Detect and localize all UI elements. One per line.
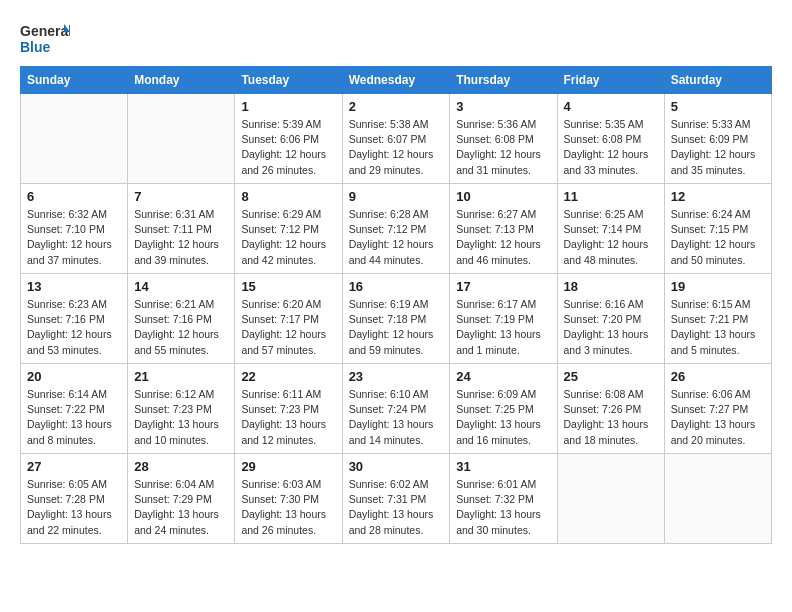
calendar-cell: 20Sunrise: 6:14 AMSunset: 7:22 PMDayligh… [21,364,128,454]
calendar-cell: 31Sunrise: 6:01 AMSunset: 7:32 PMDayligh… [450,454,557,544]
calendar-cell: 11Sunrise: 6:25 AMSunset: 7:14 PMDayligh… [557,184,664,274]
calendar-cell: 2Sunrise: 5:38 AMSunset: 6:07 PMDaylight… [342,94,450,184]
day-info: Sunrise: 6:23 AMSunset: 7:16 PMDaylight:… [27,297,121,358]
calendar-cell: 5Sunrise: 5:33 AMSunset: 6:09 PMDaylight… [664,94,771,184]
weekday-header-monday: Monday [128,67,235,94]
day-info: Sunrise: 6:03 AMSunset: 7:30 PMDaylight:… [241,477,335,538]
day-number: 6 [27,189,121,204]
day-number: 11 [564,189,658,204]
day-number: 8 [241,189,335,204]
calendar-cell: 17Sunrise: 6:17 AMSunset: 7:19 PMDayligh… [450,274,557,364]
calendar-cell: 27Sunrise: 6:05 AMSunset: 7:28 PMDayligh… [21,454,128,544]
day-info: Sunrise: 6:14 AMSunset: 7:22 PMDaylight:… [27,387,121,448]
calendar-cell: 1Sunrise: 5:39 AMSunset: 6:06 PMDaylight… [235,94,342,184]
calendar-cell: 14Sunrise: 6:21 AMSunset: 7:16 PMDayligh… [128,274,235,364]
weekday-header-friday: Friday [557,67,664,94]
calendar-cell [557,454,664,544]
calendar-cell: 12Sunrise: 6:24 AMSunset: 7:15 PMDayligh… [664,184,771,274]
day-info: Sunrise: 6:15 AMSunset: 7:21 PMDaylight:… [671,297,765,358]
calendar-cell: 15Sunrise: 6:20 AMSunset: 7:17 PMDayligh… [235,274,342,364]
calendar-cell: 30Sunrise: 6:02 AMSunset: 7:31 PMDayligh… [342,454,450,544]
calendar-cell: 3Sunrise: 5:36 AMSunset: 6:08 PMDaylight… [450,94,557,184]
day-info: Sunrise: 6:29 AMSunset: 7:12 PMDaylight:… [241,207,335,268]
day-info: Sunrise: 6:27 AMSunset: 7:13 PMDaylight:… [456,207,550,268]
day-info: Sunrise: 6:21 AMSunset: 7:16 PMDaylight:… [134,297,228,358]
day-info: Sunrise: 6:11 AMSunset: 7:23 PMDaylight:… [241,387,335,448]
day-info: Sunrise: 6:02 AMSunset: 7:31 PMDaylight:… [349,477,444,538]
day-number: 4 [564,99,658,114]
day-info: Sunrise: 6:25 AMSunset: 7:14 PMDaylight:… [564,207,658,268]
calendar-cell: 10Sunrise: 6:27 AMSunset: 7:13 PMDayligh… [450,184,557,274]
day-number: 17 [456,279,550,294]
day-info: Sunrise: 5:38 AMSunset: 6:07 PMDaylight:… [349,117,444,178]
day-number: 15 [241,279,335,294]
calendar-cell: 4Sunrise: 5:35 AMSunset: 6:08 PMDaylight… [557,94,664,184]
day-info: Sunrise: 6:19 AMSunset: 7:18 PMDaylight:… [349,297,444,358]
calendar-cell: 28Sunrise: 6:04 AMSunset: 7:29 PMDayligh… [128,454,235,544]
day-number: 21 [134,369,228,384]
day-info: Sunrise: 6:20 AMSunset: 7:17 PMDaylight:… [241,297,335,358]
calendar-cell: 16Sunrise: 6:19 AMSunset: 7:18 PMDayligh… [342,274,450,364]
weekday-header-saturday: Saturday [664,67,771,94]
day-number: 20 [27,369,121,384]
logo: General Blue [20,20,70,56]
header: General Blue [20,20,772,56]
day-number: 26 [671,369,765,384]
day-number: 30 [349,459,444,474]
day-info: Sunrise: 5:33 AMSunset: 6:09 PMDaylight:… [671,117,765,178]
calendar-cell: 7Sunrise: 6:31 AMSunset: 7:11 PMDaylight… [128,184,235,274]
day-info: Sunrise: 6:12 AMSunset: 7:23 PMDaylight:… [134,387,228,448]
day-info: Sunrise: 6:04 AMSunset: 7:29 PMDaylight:… [134,477,228,538]
svg-text:General: General [20,23,70,39]
calendar-cell [664,454,771,544]
calendar-cell: 25Sunrise: 6:08 AMSunset: 7:26 PMDayligh… [557,364,664,454]
day-number: 25 [564,369,658,384]
weekday-header-wednesday: Wednesday [342,67,450,94]
calendar-cell: 23Sunrise: 6:10 AMSunset: 7:24 PMDayligh… [342,364,450,454]
day-info: Sunrise: 6:31 AMSunset: 7:11 PMDaylight:… [134,207,228,268]
weekday-header-thursday: Thursday [450,67,557,94]
calendar-cell: 13Sunrise: 6:23 AMSunset: 7:16 PMDayligh… [21,274,128,364]
calendar-cell: 9Sunrise: 6:28 AMSunset: 7:12 PMDaylight… [342,184,450,274]
day-number: 19 [671,279,765,294]
calendar-cell: 29Sunrise: 6:03 AMSunset: 7:30 PMDayligh… [235,454,342,544]
day-info: Sunrise: 6:32 AMSunset: 7:10 PMDaylight:… [27,207,121,268]
calendar-cell: 19Sunrise: 6:15 AMSunset: 7:21 PMDayligh… [664,274,771,364]
logo-svg: General Blue [20,20,70,56]
day-number: 24 [456,369,550,384]
day-info: Sunrise: 5:36 AMSunset: 6:08 PMDaylight:… [456,117,550,178]
day-info: Sunrise: 6:06 AMSunset: 7:27 PMDaylight:… [671,387,765,448]
day-info: Sunrise: 6:16 AMSunset: 7:20 PMDaylight:… [564,297,658,358]
weekday-header-row: SundayMondayTuesdayWednesdayThursdayFrid… [21,67,772,94]
weekday-header-tuesday: Tuesday [235,67,342,94]
day-number: 14 [134,279,228,294]
day-info: Sunrise: 6:24 AMSunset: 7:15 PMDaylight:… [671,207,765,268]
day-number: 5 [671,99,765,114]
day-number: 31 [456,459,550,474]
day-number: 9 [349,189,444,204]
weekday-header-sunday: Sunday [21,67,128,94]
day-info: Sunrise: 5:39 AMSunset: 6:06 PMDaylight:… [241,117,335,178]
day-number: 29 [241,459,335,474]
day-info: Sunrise: 6:28 AMSunset: 7:12 PMDaylight:… [349,207,444,268]
calendar-cell [128,94,235,184]
day-number: 23 [349,369,444,384]
calendar-cell: 21Sunrise: 6:12 AMSunset: 7:23 PMDayligh… [128,364,235,454]
week-row-1: 1Sunrise: 5:39 AMSunset: 6:06 PMDaylight… [21,94,772,184]
day-number: 7 [134,189,228,204]
calendar-cell [21,94,128,184]
day-number: 28 [134,459,228,474]
day-number: 27 [27,459,121,474]
calendar-cell: 8Sunrise: 6:29 AMSunset: 7:12 PMDaylight… [235,184,342,274]
day-number: 13 [27,279,121,294]
calendar-cell: 24Sunrise: 6:09 AMSunset: 7:25 PMDayligh… [450,364,557,454]
week-row-2: 6Sunrise: 6:32 AMSunset: 7:10 PMDaylight… [21,184,772,274]
day-info: Sunrise: 6:17 AMSunset: 7:19 PMDaylight:… [456,297,550,358]
svg-text:Blue: Blue [20,39,51,55]
day-number: 12 [671,189,765,204]
calendar-table: SundayMondayTuesdayWednesdayThursdayFrid… [20,66,772,544]
day-number: 18 [564,279,658,294]
calendar-cell: 18Sunrise: 6:16 AMSunset: 7:20 PMDayligh… [557,274,664,364]
day-number: 10 [456,189,550,204]
day-info: Sunrise: 6:10 AMSunset: 7:24 PMDaylight:… [349,387,444,448]
